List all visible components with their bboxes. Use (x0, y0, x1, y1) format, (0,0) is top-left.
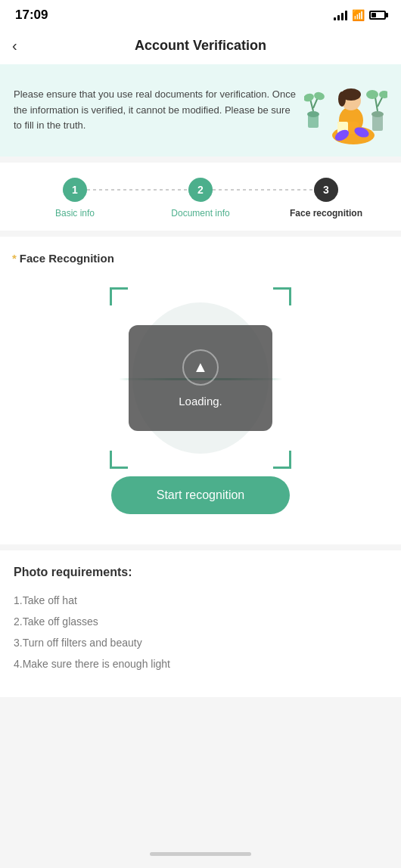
svg-point-16 (371, 111, 384, 117)
battery-icon (369, 11, 386, 20)
face-section-title: *Face Recognition (12, 252, 389, 265)
step-1-label: Basic info (55, 208, 95, 219)
corner-br (273, 451, 291, 469)
step-2: 2 Document info (138, 178, 263, 219)
header: ‹ Account Verification (0, 27, 401, 64)
svg-point-1 (307, 111, 319, 117)
step-3-label: Face recognition (290, 208, 362, 219)
info-banner: Please ensure that you use real document… (0, 64, 401, 157)
step-1-circle: 1 (63, 178, 87, 202)
face-frame: ▲ Loading. (110, 287, 291, 469)
face-recognition-card: *Face Recognition ▲ Loading. Start recog… (0, 237, 401, 544)
svg-line-2 (310, 99, 313, 111)
banner-illustration (304, 76, 387, 144)
page-title: Account Verification (135, 38, 266, 54)
loading-text: Loading. (179, 395, 222, 408)
corner-tl (110, 287, 128, 305)
req-item-3: 3.Turn off filters and beauty (14, 632, 387, 653)
svg-point-3 (304, 92, 315, 103)
svg-point-5 (313, 91, 325, 101)
req-item-2: 2.Take off glasses (14, 611, 387, 632)
steps-row: 1 Basic info 2 Document info 3 Face reco… (12, 178, 389, 219)
step-1: 1 Basic info (12, 178, 138, 219)
start-recognition-button[interactable]: Start recognition (111, 476, 291, 514)
step-2-circle: 2 (188, 178, 213, 202)
corner-tr (273, 287, 291, 305)
step-3-circle: 3 (314, 178, 338, 202)
status-bar: 17:09 📶 (0, 0, 401, 27)
svg-point-10 (338, 91, 346, 107)
req-item-1: 1.Take off hat (14, 590, 387, 611)
svg-point-20 (379, 91, 387, 98)
step-3: 3 Face recognition (263, 178, 389, 219)
banner-text: Please ensure that you use real document… (14, 87, 297, 134)
status-time: 17:09 (15, 8, 48, 23)
face-area: ▲ Loading. Start recognition (12, 280, 389, 529)
svg-point-18 (366, 90, 378, 99)
requirements-title: Photo requirements: (14, 566, 387, 579)
home-indicator (150, 852, 251, 856)
loading-overlay: ▲ Loading. (129, 325, 272, 431)
status-icons: 📶 (334, 9, 386, 21)
step-connector-right (201, 189, 314, 191)
upload-arrow-icon: ▲ (193, 358, 208, 376)
requirements-section: Photo requirements: 1.Take off hat 2.Tak… (0, 550, 401, 697)
corner-bl (110, 451, 128, 469)
svg-line-17 (375, 98, 378, 111)
wifi-icon: 📶 (352, 9, 365, 21)
step-connector-left (87, 189, 201, 191)
step-2-label: Document info (171, 208, 229, 219)
back-button[interactable]: ‹ (12, 37, 17, 54)
req-item-4: 4.Make sure there is enough light (14, 653, 387, 674)
signal-icon (334, 10, 347, 20)
loading-circle: ▲ (182, 349, 219, 386)
steps-section: 1 Basic info 2 Document info 3 Face reco… (0, 163, 401, 231)
asterisk: * (12, 252, 17, 265)
